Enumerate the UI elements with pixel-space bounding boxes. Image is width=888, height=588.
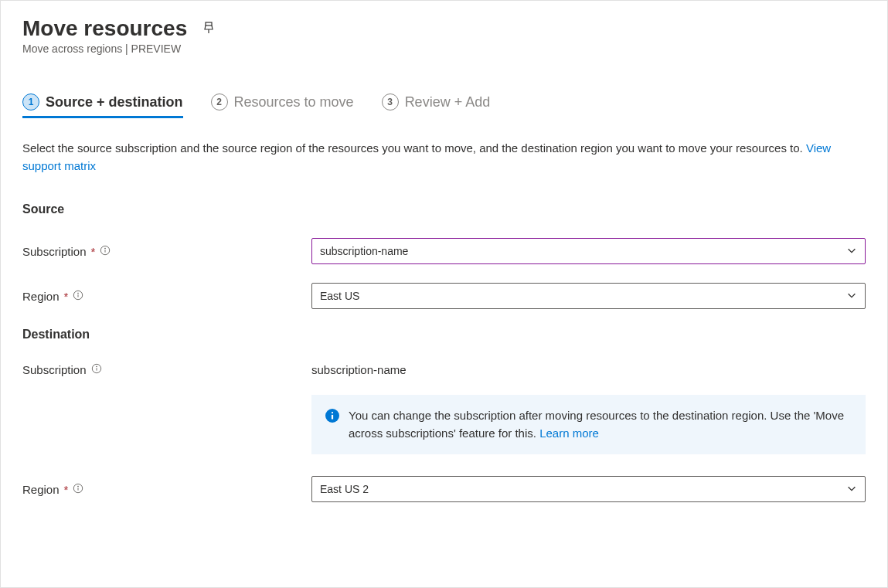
- info-icon[interactable]: [73, 290, 83, 303]
- destination-subscription-row: Subscription subscription-name: [22, 363, 866, 376]
- chevron-down-icon: [846, 483, 857, 496]
- tab-label: Review + Add: [405, 94, 491, 110]
- svg-rect-0: [206, 22, 212, 25]
- destination-subscription-value: subscription-name: [311, 363, 407, 376]
- svg-point-10: [96, 366, 97, 367]
- svg-point-4: [105, 247, 106, 248]
- tab-number: 3: [382, 93, 399, 110]
- page-header: Move resources: [22, 16, 866, 41]
- chevron-down-icon: [846, 290, 857, 303]
- source-region-label: Region *: [22, 290, 311, 303]
- tab-review-add[interactable]: 3 Review + Add: [382, 93, 491, 118]
- source-region-select[interactable]: East US: [311, 283, 866, 309]
- info-box-text: You can change the subscription after mo…: [349, 407, 852, 442]
- destination-region-label: Region *: [22, 483, 311, 496]
- wizard-tabs: 1 Source + destination 2 Resources to mo…: [22, 93, 866, 118]
- svg-point-13: [332, 412, 333, 413]
- tab-source-destination[interactable]: 1 Source + destination: [22, 93, 183, 118]
- required-indicator: *: [64, 483, 69, 496]
- page-title: Move resources: [22, 16, 187, 41]
- info-icon[interactable]: [100, 245, 111, 258]
- svg-rect-12: [332, 415, 333, 420]
- page-subtitle: Move across regions | PREVIEW: [22, 42, 866, 55]
- info-icon[interactable]: [73, 483, 83, 496]
- pin-icon[interactable]: [202, 22, 215, 36]
- tab-label: Resources to move: [234, 94, 354, 110]
- svg-point-16: [78, 485, 79, 486]
- page-description: Select the source subscription and the s…: [22, 140, 866, 175]
- tab-number: 1: [22, 93, 39, 110]
- required-indicator: *: [64, 290, 69, 303]
- required-indicator: *: [91, 245, 96, 258]
- svg-point-7: [78, 292, 79, 293]
- chevron-down-icon: [846, 245, 857, 258]
- destination-subscription-label: Subscription: [22, 363, 311, 376]
- tab-label: Source + destination: [46, 94, 183, 110]
- info-circle-icon: [325, 407, 339, 425]
- learn-more-link[interactable]: Learn more: [539, 427, 599, 440]
- source-region-row: Region * East US: [22, 283, 866, 309]
- source-section-title: Source: [22, 202, 866, 216]
- tab-resources-to-move[interactable]: 2 Resources to move: [211, 93, 354, 118]
- info-icon[interactable]: [91, 363, 102, 376]
- tab-number: 2: [211, 93, 228, 110]
- subscription-info-box: You can change the subscription after mo…: [311, 395, 866, 454]
- source-subscription-select[interactable]: subscription-name: [311, 238, 866, 264]
- destination-region-select[interactable]: East US 2: [311, 476, 866, 502]
- destination-section-title: Destination: [22, 328, 866, 342]
- source-subscription-label: Subscription *: [22, 245, 311, 258]
- destination-region-row: Region * East US 2: [22, 476, 866, 502]
- source-subscription-row: Subscription * subscription-name: [22, 238, 866, 264]
